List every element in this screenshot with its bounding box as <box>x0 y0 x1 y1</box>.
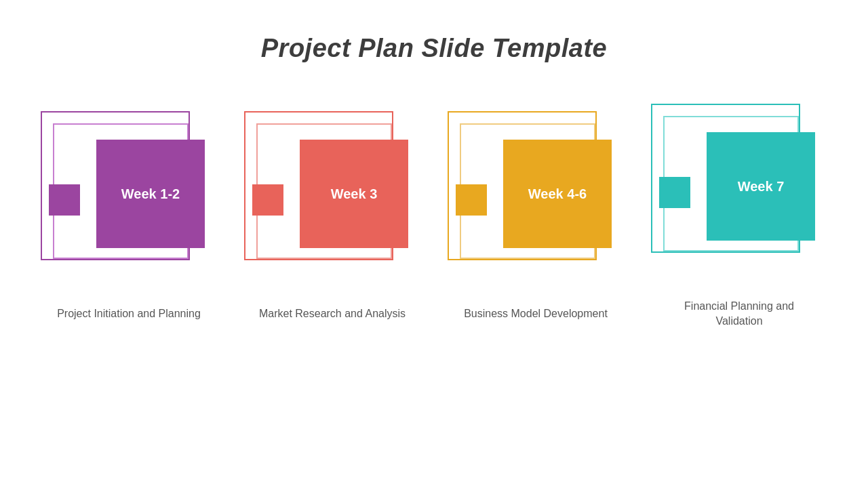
card-week-1-2: Week 1-2 Project Initiation and Planning <box>41 111 217 321</box>
card-visual-week-3: Week 3 <box>244 111 420 287</box>
card-visual-week-1-2: Week 1-2 <box>41 111 217 287</box>
card-visual-week-7: Week 7 <box>651 104 827 280</box>
week-label-4-6: Week 4-6 <box>528 186 587 202</box>
week-label-1-2: Week 1-2 <box>121 186 180 202</box>
presentation-slide: Project Plan Slide Template Week 1-2 Pro… <box>0 0 868 488</box>
main-square-purple: Week 1-2 <box>96 140 205 248</box>
cards-container: Week 1-2 Project Initiation and Planning… <box>0 104 868 329</box>
card-week-4-6: Week 4-6 Business Model Development <box>448 111 624 321</box>
card-description-week-3: Market Research and Analysis <box>259 306 406 321</box>
accent-square-yellow <box>456 184 487 216</box>
accent-square-purple <box>49 184 80 216</box>
main-square-teal: Week 7 <box>707 132 815 241</box>
accent-square-teal <box>659 177 690 208</box>
main-square-yellow: Week 4-6 <box>503 140 612 248</box>
main-square-coral: Week 3 <box>300 140 408 248</box>
card-visual-week-4-6: Week 4-6 <box>448 111 624 287</box>
card-description-week-1-2: Project Initiation and Planning <box>57 306 201 321</box>
slide-title: Project Plan Slide Template <box>261 34 607 63</box>
card-week-3: Week 3 Market Research and Analysis <box>244 111 420 321</box>
card-description-week-7: Financial Planning and Validation <box>665 299 814 329</box>
card-description-week-4-6: Business Model Development <box>464 306 608 321</box>
week-label-7: Week 7 <box>738 179 785 195</box>
accent-square-coral <box>252 184 283 216</box>
week-label-3: Week 3 <box>331 186 378 202</box>
card-week-7: Week 7 Financial Planning and Validation <box>651 104 827 329</box>
